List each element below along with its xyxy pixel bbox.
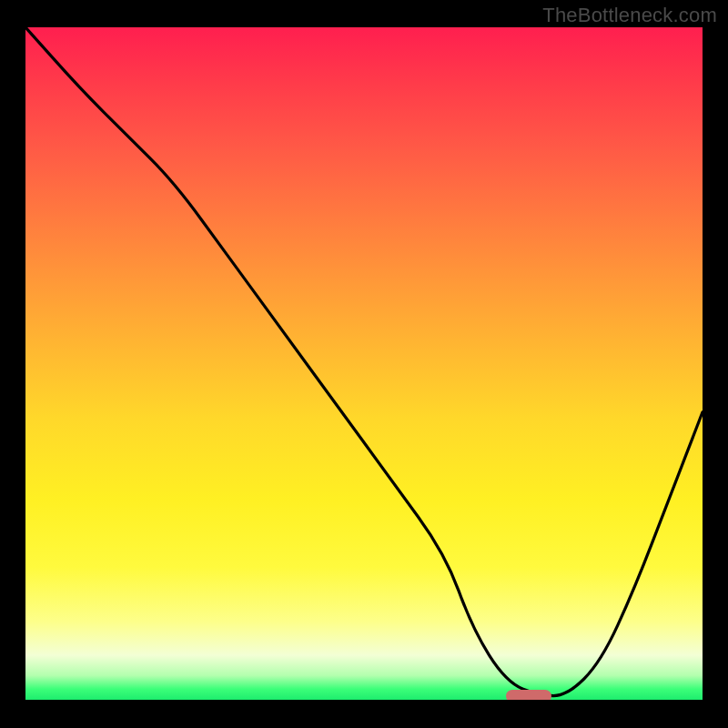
watermark-text: TheBottleneck.com	[542, 4, 717, 27]
bottleneck-curve	[25, 27, 703, 703]
plot-area	[25, 27, 703, 703]
x-axis-line	[25, 700, 703, 703]
